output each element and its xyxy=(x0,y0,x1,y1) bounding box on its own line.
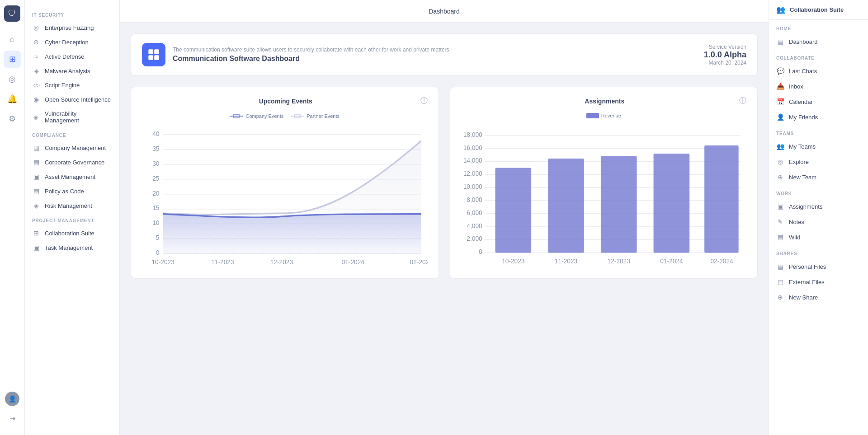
sidebar-item-cyber-deception[interactable]: ⊘Cyber Deception xyxy=(25,35,119,49)
svg-text:11-2023: 11-2023 xyxy=(554,258,577,265)
task-icon: ▣ xyxy=(32,244,40,251)
right-item-last-chats[interactable]: 💬 Last Chats xyxy=(769,63,868,79)
bell-icon[interactable]: 🔔 xyxy=(4,90,21,108)
sidebar-item-active-defense[interactable]: ≈Active Defense xyxy=(25,49,119,64)
company-mgmt-icon: ▦ xyxy=(32,144,40,151)
upcoming-events-legend: Company Events Partner Events xyxy=(142,113,428,119)
svg-text:40: 40 xyxy=(152,131,160,137)
right-item-calendar[interactable]: 📅 Calendar xyxy=(769,94,868,109)
svg-text:02-2024: 02-2024 xyxy=(710,258,733,265)
company-events-legend: Company Events xyxy=(230,113,283,119)
right-item-dashboard[interactable]: ▦ Dashboard xyxy=(769,34,868,49)
svg-text:6,000: 6,000 xyxy=(467,210,482,216)
right-item-new-share[interactable]: ⊕ New Share xyxy=(769,290,868,305)
sidebar-item-collaboration-suite[interactable]: ⊞Collaboration Suite xyxy=(25,226,119,240)
activity-icon[interactable]: ◎ xyxy=(4,70,21,88)
assignments-title: Assignments xyxy=(470,98,740,105)
svg-text:10-2023: 10-2023 xyxy=(502,258,525,265)
assignments-svg-wrap: 0 2,000 4,000 6,000 8,000 10,000 12,000 … xyxy=(461,124,747,268)
sidebar-item-task-management[interactable]: ▣Task Management xyxy=(25,240,119,255)
right-section-teams: TEAMS xyxy=(769,125,868,139)
upcoming-events-info[interactable]: ⓘ xyxy=(420,96,428,106)
page-title: Dashboard xyxy=(429,8,460,15)
banner-left: The communication software suite allows … xyxy=(142,43,449,66)
dashboard-icon[interactable]: ⊞ xyxy=(4,51,21,68)
svg-rect-51 xyxy=(495,168,531,253)
main-content: Dashboard The communication software sui… xyxy=(120,0,769,435)
right-sidebar-title: Collaboration Suite xyxy=(790,6,844,13)
sidebar-item-open-source-intelligence[interactable]: ◉Open Source Intelligence xyxy=(25,92,119,107)
friends-icon: 👤 xyxy=(776,113,784,121)
svg-text:0: 0 xyxy=(156,249,160,256)
banner-subtitle: The communication software suite allows … xyxy=(173,47,449,53)
revenue-legend: Revenue xyxy=(586,113,621,118)
section-project-management: PROJECT MANAGEMENT xyxy=(25,213,119,226)
svg-rect-0 xyxy=(148,49,153,54)
svg-text:10,000: 10,000 xyxy=(463,183,482,190)
svg-text:16,000: 16,000 xyxy=(463,145,482,151)
svg-text:30: 30 xyxy=(152,160,160,167)
assignments-legend: Revenue xyxy=(461,113,747,118)
settings-icon[interactable]: ⚙ xyxy=(4,110,21,127)
svg-text:02-2024: 02-2024 xyxy=(410,259,428,266)
svg-text:18,000: 18,000 xyxy=(463,131,482,138)
sidebar-item-script-engine[interactable]: </>Script Engine xyxy=(25,78,119,92)
inbox-icon: 📥 xyxy=(776,83,784,90)
osi-icon: ◉ xyxy=(32,96,40,103)
malware-analysis-icon: ◈ xyxy=(32,67,40,75)
banner-title: Communication Software Dashboard xyxy=(173,55,449,63)
app-logo: 🛡 xyxy=(4,5,20,22)
right-section-work: WORK xyxy=(769,185,868,199)
upcoming-events-header: Upcoming Events ⓘ xyxy=(142,96,428,106)
version-date: March 20, 2024 xyxy=(704,60,746,66)
calendar-icon: 📅 xyxy=(776,98,784,105)
sidebar-item-malware-analysis[interactable]: ◈Malware Analysis xyxy=(25,64,119,78)
right-item-inbox[interactable]: 📥 Inbox xyxy=(769,79,868,94)
sidebar-item-corporate-governance[interactable]: ▤Corporate Governance xyxy=(25,155,119,169)
icon-bar: 🛡 ⌂ ⊞ ◎ 🔔 ⚙ 👤 ⇥ xyxy=(0,0,25,435)
sidebar-item-asset-management[interactable]: ▣Asset Management xyxy=(25,169,119,184)
svg-rect-52 xyxy=(548,159,584,253)
svg-rect-2 xyxy=(148,55,153,60)
vuln-icon: ◈ xyxy=(32,113,40,121)
sidebar-item-company-management[interactable]: ▦Company Management xyxy=(25,140,119,155)
right-item-explore[interactable]: ◎ Explore xyxy=(769,154,868,169)
user-avatar[interactable]: 👤 xyxy=(5,392,19,406)
sidebar-item-risk-management[interactable]: ◈Risk Management xyxy=(25,198,119,213)
partner-events-legend: Partner Events xyxy=(291,113,340,119)
upcoming-events-chart: Upcoming Events ⓘ Company Events Partner… xyxy=(131,87,439,279)
svg-text:10: 10 xyxy=(152,220,160,226)
banner-right: Service Version 1.0.0 Alpha March 20, 20… xyxy=(704,44,746,66)
assignments-info[interactable]: ⓘ xyxy=(739,96,746,106)
right-item-external-files[interactable]: ▤ External Files xyxy=(769,274,868,290)
sidebar-item-policy-as-code[interactable]: ▤Policy as Code xyxy=(25,184,119,198)
right-item-notes[interactable]: ✎ Notes xyxy=(769,214,868,229)
svg-text:12,000: 12,000 xyxy=(463,170,482,177)
right-section-shares: SHARES xyxy=(769,245,868,259)
left-sidebar: IT SECURITY ◎Enterprise Fuzzing ⊘Cyber D… xyxy=(25,0,120,435)
sidebar-item-vulnerability-management[interactable]: ◈Vulnerability Management xyxy=(25,107,119,127)
section-it-security: IT SECURITY xyxy=(25,7,119,20)
upcoming-events-svg-wrap: 0 5 10 15 20 25 30 35 40 xyxy=(142,125,428,269)
version-number: 1.0.0 Alpha xyxy=(704,50,746,60)
svg-text:11-2023: 11-2023 xyxy=(211,259,234,266)
active-defense-icon: ≈ xyxy=(32,53,40,60)
svg-text:35: 35 xyxy=(152,145,160,152)
right-item-my-teams[interactable]: 👥 My Teams xyxy=(769,139,868,154)
collab-suite-icon: 👥 xyxy=(776,5,785,14)
svg-text:12-2023: 12-2023 xyxy=(607,258,630,265)
svg-text:2,000: 2,000 xyxy=(467,235,482,242)
risk-icon: ◈ xyxy=(32,202,40,209)
right-item-new-team[interactable]: ⊕ New Team xyxy=(769,169,868,185)
logout-icon[interactable]: ⇥ xyxy=(4,410,21,427)
sidebar-item-enterprise-fuzzing[interactable]: ◎Enterprise Fuzzing xyxy=(25,20,119,35)
svg-text:0: 0 xyxy=(479,248,482,255)
upcoming-events-svg: 0 5 10 15 20 25 30 35 40 xyxy=(142,125,428,267)
explore-icon: ◎ xyxy=(776,158,784,165)
cyber-deception-icon: ⊘ xyxy=(32,38,40,46)
right-item-wiki[interactable]: ▤ Wiki xyxy=(769,229,868,245)
home-icon[interactable]: ⌂ xyxy=(4,31,21,48)
right-item-my-friends[interactable]: 👤 My Friends xyxy=(769,109,868,125)
right-item-assignments[interactable]: ▣ Assignments xyxy=(769,199,868,214)
right-item-personal-files[interactable]: ▤ Personal Files xyxy=(769,259,868,274)
